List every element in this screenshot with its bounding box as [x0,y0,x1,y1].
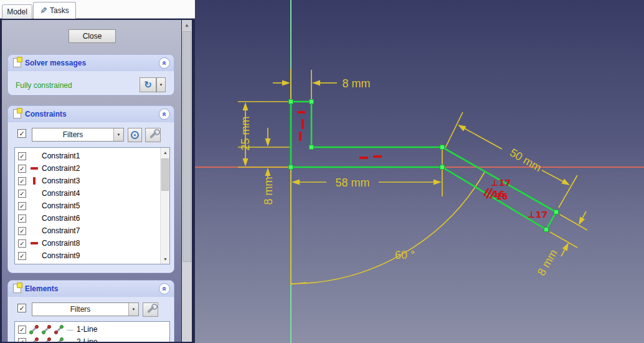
dim-label-bar-length[interactable]: 58 mm [335,176,369,189]
settings-button[interactable] [143,302,158,317]
collapse-button[interactable]: « [159,57,170,69]
refresh-dropdown-button[interactable]: ▼ [156,77,166,92]
show-hide-button[interactable] [128,128,142,142]
constraint-row[interactable]: ✓Constraint3 [15,175,169,187]
constraint-row[interactable]: ✓Constraint1 [15,150,169,162]
scrollbar-thumb[interactable] [182,31,191,262]
constraint-label: Constraint2 [42,164,80,173]
constraint-row[interactable]: ✓Constraint8 [15,237,169,249]
dim-label-cap-width[interactable]: 8 mm [535,248,560,278]
constraint-label: Constraint5 [42,201,80,210]
element-checkbox[interactable]: ✓ [18,338,26,342]
filter-label: Filters [32,305,128,314]
scroll-down-icon[interactable]: ▼ [161,254,170,264]
panel-tabbar: Model ✎ Tasks [0,0,195,19]
elements-show-all-checkbox[interactable]: ✓ [17,304,26,312]
constraint-checkbox[interactable]: ✓ [18,239,26,248]
constraints-scrollbar[interactable]: ▲ ▼ [160,148,169,264]
scrollbar-thumb[interactable] [161,158,169,191]
tab-tasks-label: Tasks [50,6,69,15]
collapse-button[interactable]: « [159,109,170,120]
tab-model[interactable]: Model [2,4,32,19]
parallel-constraint-label[interactable]: 16 [496,191,508,201]
element-checkbox[interactable]: ✓ [18,326,26,334]
line-segment-icon [29,325,39,334]
constraint-row[interactable]: ✓Constraint6 [15,212,169,225]
dim-label-angle[interactable]: 60 ° [395,249,415,261]
note-icon [13,284,21,293]
elements-filter-combo[interactable]: Filters ▼ [32,302,139,316]
dim-label-arm-height[interactable]: 25 mm [239,116,252,150]
constraint-row[interactable]: ✓Constraint9 [15,249,169,262]
coincident-icon [29,251,39,261]
note-icon [13,109,21,118]
constraints-controls: ✓ Filters ▼ ▼ [8,127,174,143]
constraints-header[interactable]: Constraints « [8,106,174,122]
elements-panel: Elements « ✓ Filters ▼ ▼ [7,280,174,342]
constraint-checkbox[interactable]: ✓ [18,215,26,223]
dim-label-angled-length[interactable]: 50 mm [508,146,544,174]
sketch-viewport[interactable]: 8 mm 25 mm 8 mm 58 mm 50 mm 60 ° 8 mm [195,0,644,343]
constraint-row[interactable]: ✓Constraint2 [15,162,169,175]
horizontal-constraint-icon [29,164,39,173]
constraint-row[interactable]: ✓Constraint7 [15,225,169,237]
element-row[interactable]: ✓ — 2-Line [15,336,169,342]
vertical-constraint-icon [29,176,39,186]
constraint-checkbox[interactable]: ✓ [18,252,26,260]
coincident-icon [29,152,39,161]
line-segment-icon [54,337,64,342]
elements-list: ✓ — 1-Line ✓ [14,321,170,342]
pencil-icon: ✎ [40,6,47,15]
collapse-button[interactable]: « [159,283,170,294]
note-icon [13,58,21,67]
constraint-checkbox[interactable]: ✓ [18,202,26,210]
element-row[interactable]: ✓ — 1-Line [15,323,169,336]
task-sidebar: Model ✎ Tasks Close Solver messages « Fu… [0,0,195,343]
wrench-icon [146,306,154,313]
perpendicular-constraint-label[interactable]: ⊥17 [528,210,547,220]
constraint-row[interactable]: ✓Constraint4 [15,187,169,200]
constraint-checkbox[interactable]: ✓ [18,152,26,160]
perpendicular-constraint-label[interactable]: ⊥17 [491,178,511,188]
elements-controls: ✓ Filters ▼ ▼ [8,301,174,317]
constraint-label: Constraint3 [42,176,80,185]
solver-status: Fully constrained [16,81,72,90]
refresh-button[interactable]: ↻ [140,77,156,92]
close-button[interactable]: Close [69,29,116,43]
constraint-checkbox[interactable]: ✓ [18,165,26,173]
constraints-show-all-checkbox[interactable]: ✓ [17,129,26,138]
tree-branch: — [67,338,73,342]
constraint-checkbox[interactable]: ✓ [18,177,26,185]
solver-messages-panel: Solver messages « Fully constrained ↻ ▼ [7,54,174,95]
solver-messages-header[interactable]: Solver messages « [8,55,174,71]
constraint-checkbox[interactable]: ✓ [18,190,26,198]
element-label: 2-Line [77,337,97,342]
constraints-title: Constraints [25,110,159,118]
constraint-label: Constraint9 [42,251,80,260]
line-segment-icon [42,337,51,342]
vertical-constraint-icon [29,264,39,265]
coincident-icon [29,189,39,198]
settings-button[interactable] [145,128,161,142]
constraints-filter-combo[interactable]: Filters ▼ [32,128,124,142]
tab-model-label: Model [7,7,27,16]
elements-header[interactable]: Elements « [8,281,174,297]
constraint-label: Constraint8 [42,239,80,248]
chevron-down-icon: ▼ [113,128,123,141]
wrench-icon [149,131,156,138]
tab-tasks[interactable]: ✎ Tasks [33,2,76,19]
element-label: 1-Line [77,325,97,334]
constraint-checkbox[interactable]: ✓ [18,264,26,265]
dim-label-bar-height[interactable]: 8 mm [262,177,275,205]
tree-branch: — [67,326,73,333]
sketch-profile[interactable] [291,102,556,229]
constraint-checkbox[interactable]: ✓ [18,227,26,235]
scroll-up-icon[interactable]: ▲ [161,148,170,157]
dim-label-top-width[interactable]: 8 mm [343,77,371,90]
constraint-row[interactable]: ✓Constraint10 [15,262,169,264]
constraint-marks[interactable] [297,111,382,159]
scroll-up-icon[interactable]: ▲ [182,20,192,30]
freecad-window: Model ✎ Tasks Close Solver messages « Fu… [0,0,644,343]
sidebar-scrollbar[interactable]: ▲ [182,20,192,342]
constraint-row[interactable]: ✓Constraint5 [15,200,169,212]
